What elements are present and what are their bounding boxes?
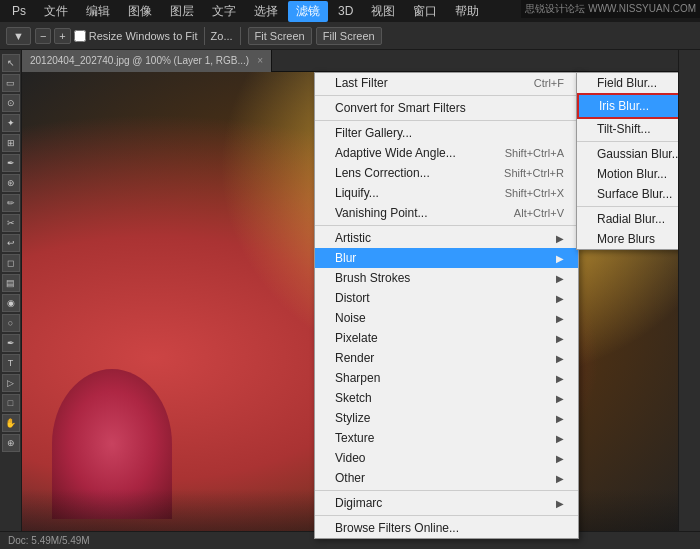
menu-item-smart-filters[interactable]: Convert for Smart Filters xyxy=(315,98,578,118)
filter-menu: Last Filter Ctrl+F Convert for Smart Fil… xyxy=(314,72,579,539)
menu-item-blur[interactable]: Blur ▶ xyxy=(315,248,578,268)
tool-move[interactable]: ↖ xyxy=(2,54,20,72)
zoom-out-btn[interactable]: − xyxy=(35,28,51,44)
tool-text[interactable]: T xyxy=(2,354,20,372)
menu-item-surface-blur[interactable]: Surface Blur... xyxy=(577,184,678,204)
menu-item-radial-blur[interactable]: Radial Blur... xyxy=(577,209,678,229)
menubar-help[interactable]: 帮助 xyxy=(447,1,487,22)
menu-label: Texture xyxy=(335,431,374,445)
fit-screen-btn[interactable]: Fit Screen xyxy=(248,27,312,45)
menu-item-motion-blur[interactable]: Motion Blur... xyxy=(577,164,678,184)
menu-item-browse-filters[interactable]: Browse Filters Online... xyxy=(315,518,578,538)
menu-label: Motion Blur... xyxy=(597,167,667,181)
menubar-edit[interactable]: 编辑 xyxy=(78,1,118,22)
tool-history-brush[interactable]: ↩ xyxy=(2,234,20,252)
tool-eyedropper[interactable]: ✒ xyxy=(2,154,20,172)
menubar-file[interactable]: 文件 xyxy=(36,1,76,22)
menu-item-last-filter[interactable]: Last Filter Ctrl+F xyxy=(315,73,578,93)
status-text: Doc: 5.49M/5.49M xyxy=(8,535,90,546)
menu-shortcut: Shift+Ctrl+A xyxy=(505,147,564,159)
menu-label: Distort xyxy=(335,291,370,305)
menu-item-gaussian-blur[interactable]: Gaussian Blur... xyxy=(577,144,678,164)
menubar-select[interactable]: 选择 xyxy=(246,1,286,22)
menu-item-distort[interactable]: Distort ▶ xyxy=(315,288,578,308)
menu-item-render[interactable]: Render ▶ xyxy=(315,348,578,368)
menu-item-field-blur[interactable]: Field Blur... xyxy=(577,73,678,93)
menu-item-liquify[interactable]: Liquify... Shift+Ctrl+X xyxy=(315,183,578,203)
resize-windows-checkbox[interactable] xyxy=(74,30,86,42)
menu-label: Lens Correction... xyxy=(335,166,430,180)
main-area: ↖ ▭ ⊙ ✦ ⊞ ✒ ⊛ ✏ ✂ ↩ ◻ ▤ ◉ ○ ✒ T ▷ □ ✋ ⊕ … xyxy=(0,50,700,549)
menu-item-filter-gallery[interactable]: Filter Gallery... xyxy=(315,123,578,143)
tool-hand[interactable]: ✋ xyxy=(2,414,20,432)
menu-label: Last Filter xyxy=(335,76,388,90)
menu-item-pixelate[interactable]: Pixelate ▶ xyxy=(315,328,578,348)
submenu-arrow: ▶ xyxy=(556,373,564,384)
separator xyxy=(315,225,578,226)
tool-blur[interactable]: ◉ xyxy=(2,294,20,312)
canvas-close-btn[interactable]: × xyxy=(257,55,263,66)
tool-magic-wand[interactable]: ✦ xyxy=(2,114,20,132)
menu-item-vanishing-point[interactable]: Vanishing Point... Alt+Ctrl+V xyxy=(315,203,578,223)
menu-item-sketch[interactable]: Sketch ▶ xyxy=(315,388,578,408)
menu-label: Browse Filters Online... xyxy=(335,521,459,535)
menu-item-digimarc[interactable]: Digimarc ▶ xyxy=(315,493,578,513)
menu-item-more-blurs[interactable]: More Blurs ▶ xyxy=(577,229,678,249)
tool-lasso[interactable]: ⊙ xyxy=(2,94,20,112)
zoom-in-btn[interactable]: + xyxy=(54,28,70,44)
tool-spot-heal[interactable]: ⊛ xyxy=(2,174,20,192)
tool-zoom[interactable]: ⊕ xyxy=(2,434,20,452)
tool-select[interactable]: ▭ xyxy=(2,74,20,92)
menu-item-tilt-shift[interactable]: Tilt-Shift... xyxy=(577,119,678,139)
menubar-layer[interactable]: 图层 xyxy=(162,1,202,22)
fill-screen-btn[interactable]: Fill Screen xyxy=(316,27,382,45)
menubar-window[interactable]: 窗口 xyxy=(405,1,445,22)
menu-item-video[interactable]: Video ▶ xyxy=(315,448,578,468)
tool-clone[interactable]: ✂ xyxy=(2,214,20,232)
menu-label: Artistic xyxy=(335,231,371,245)
canvas-tab-item[interactable]: 20120404_202740.jpg @ 100% (Layer 1, RGB… xyxy=(22,50,272,72)
menubar-filter[interactable]: 滤镜 xyxy=(288,1,328,22)
menu-label: Pixelate xyxy=(335,331,378,345)
menu-label: Stylize xyxy=(335,411,370,425)
blur-submenu: Field Blur... Iris Blur... ↖ Tilt-Shift.… xyxy=(576,72,678,250)
tool-gradient[interactable]: ▤ xyxy=(2,274,20,292)
canvas-area: 20120404_202740.jpg @ 100% (Layer 1, RGB… xyxy=(22,50,678,549)
menubar-ps[interactable]: Ps xyxy=(4,2,34,20)
menu-item-texture[interactable]: Texture ▶ xyxy=(315,428,578,448)
menu-label: Other xyxy=(335,471,365,485)
menubar-3d[interactable]: 3D xyxy=(330,2,361,20)
menu-shortcut: Shift+Ctrl+X xyxy=(505,187,564,199)
menu-item-iris-blur[interactable]: Iris Blur... ↖ xyxy=(577,93,678,119)
tool-eraser[interactable]: ◻ xyxy=(2,254,20,272)
menubar-view[interactable]: 视图 xyxy=(363,1,403,22)
menu-label: Surface Blur... xyxy=(597,187,672,201)
tool-path-select[interactable]: ▷ xyxy=(2,374,20,392)
left-sidebar: ↖ ▭ ⊙ ✦ ⊞ ✒ ⊛ ✏ ✂ ↩ ◻ ▤ ◉ ○ ✒ T ▷ □ ✋ ⊕ xyxy=(0,50,22,549)
tool-shape[interactable]: □ xyxy=(2,394,20,412)
menu-label: Radial Blur... xyxy=(597,212,665,226)
menu-label: Vanishing Point... xyxy=(335,206,428,220)
tool-crop[interactable]: ⊞ xyxy=(2,134,20,152)
tool-pen[interactable]: ✒ xyxy=(2,334,20,352)
menu-item-noise[interactable]: Noise ▶ xyxy=(315,308,578,328)
menubar-image[interactable]: 图像 xyxy=(120,1,160,22)
menu-item-stylize[interactable]: Stylize ▶ xyxy=(315,408,578,428)
separator xyxy=(315,490,578,491)
menu-item-brush-strokes[interactable]: Brush Strokes ▶ xyxy=(315,268,578,288)
menu-label: Filter Gallery... xyxy=(335,126,412,140)
menu-item-other[interactable]: Other ▶ xyxy=(315,468,578,488)
menu-item-lens-correction[interactable]: Lens Correction... Shift+Ctrl+R xyxy=(315,163,578,183)
menu-label: Field Blur... xyxy=(597,76,657,90)
menu-item-sharpen[interactable]: Sharpen ▶ xyxy=(315,368,578,388)
resize-windows-label: Resize Windows to Fit xyxy=(89,30,198,42)
menu-item-adaptive[interactable]: Adaptive Wide Angle... Shift+Ctrl+A xyxy=(315,143,578,163)
tool-options-btn[interactable]: ▼ xyxy=(6,27,31,45)
menu-item-artistic[interactable]: Artistic ▶ xyxy=(315,228,578,248)
menubar-type[interactable]: 文字 xyxy=(204,1,244,22)
tool-dodge[interactable]: ○ xyxy=(2,314,20,332)
submenu-arrow: ▶ xyxy=(556,233,564,244)
tool-brush[interactable]: ✏ xyxy=(2,194,20,212)
submenu-arrow: ▶ xyxy=(556,453,564,464)
separator xyxy=(577,141,678,142)
